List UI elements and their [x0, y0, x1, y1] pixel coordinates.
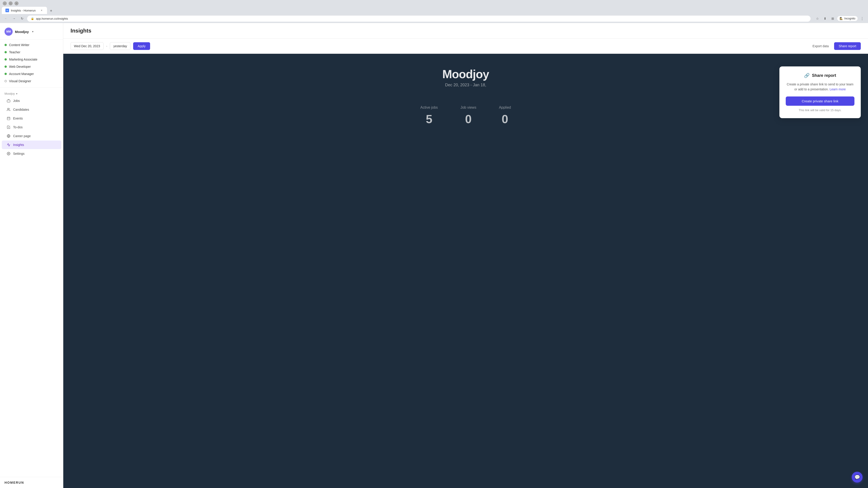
active-dot-icon — [4, 51, 7, 53]
toolbar: Wed Dec 20, 2023 - yesterday Apply Expor… — [63, 39, 868, 54]
sidebar-item-visual-designer[interactable]: Visual Designer — [0, 77, 63, 85]
active-dot-icon — [4, 44, 7, 46]
app: MM Moodjoy ▾ Content Writer Teacher Mark… — [0, 23, 868, 488]
sidebar-item-candidates[interactable]: Candidates — [2, 105, 61, 114]
nav-section: Moodjoy ▾ Jobs Candidates — [0, 89, 63, 160]
sidebar-item-insights[interactable]: Insights — [2, 140, 61, 149]
main-content: Insights Wed Dec 20, 2023 - yesterday Ap… — [63, 23, 868, 488]
incognito-icon: 🕵 — [839, 17, 843, 20]
apply-button[interactable]: Apply — [133, 42, 150, 50]
stat-value: 5 — [421, 112, 438, 126]
stat-label: Active jobs — [421, 105, 438, 109]
ssl-lock-icon: 🔒 — [31, 17, 34, 20]
tab-title: Insights - Homerun — [11, 9, 36, 12]
nav-label: Jobs — [13, 99, 20, 103]
active-dot-icon — [4, 73, 7, 75]
content-area: Moodjoy Dec 20, 2023 - Jan 18, Active jo… — [63, 54, 868, 488]
svg-rect-2 — [7, 117, 10, 120]
stat-applied: Applied 0 — [499, 105, 511, 126]
svg-point-8 — [8, 153, 9, 154]
nav-label: To-dos — [13, 125, 23, 129]
job-label: Content Writer — [9, 43, 29, 47]
sidebar-item-teacher[interactable]: Teacher — [0, 48, 63, 56]
popup-header: 🔗 Share report — [786, 73, 855, 78]
chat-icon: 💬 — [855, 475, 860, 480]
maximize-button[interactable]: □ — [8, 1, 13, 5]
nav-label: Candidates — [13, 108, 29, 111]
svg-point-1 — [7, 108, 8, 109]
sidebar-item-account-manager[interactable]: Account Manager — [0, 70, 63, 77]
users-icon — [6, 107, 11, 112]
download-button[interactable]: ⬇ — [822, 15, 828, 22]
job-label: Web Developer — [9, 65, 31, 68]
export-data-button[interactable]: Export data — [810, 42, 832, 50]
close-button[interactable]: × — [14, 1, 19, 5]
stats-row: Active jobs 5 Job views 0 Applied 0 — [421, 105, 511, 126]
tab-bar: H Insights - Homerun × + — [0, 7, 868, 14]
job-label: Account Manager — [9, 72, 34, 76]
job-label: Teacher — [9, 51, 20, 54]
chart-icon — [6, 142, 11, 147]
active-tab[interactable]: H Insights - Homerun × — [2, 7, 47, 14]
date-separator: - — [106, 44, 107, 48]
nav-label: Events — [13, 117, 23, 120]
url-text: app.homerun.co/insights — [36, 17, 68, 20]
sidebar-item-settings[interactable]: Settings — [2, 149, 61, 158]
extensions-button[interactable]: ⊞ — [830, 15, 836, 22]
homerun-logo: HOMERUN — [4, 481, 59, 484]
incognito-label: Incognito — [844, 17, 855, 20]
sidebar-footer: HOMERUN — [0, 477, 63, 488]
new-tab-button[interactable]: + — [48, 8, 54, 14]
title-bar: − □ × — [0, 0, 868, 7]
sidebar-scroll: Content Writer Teacher Marketing Associa… — [0, 39, 63, 477]
sidebar-item-content-writer[interactable]: Content Writer — [0, 41, 63, 48]
insights-company-title: Moodjoy — [442, 67, 489, 81]
stat-label: Job views — [460, 105, 476, 109]
sidebar: MM Moodjoy ▾ Content Writer Teacher Mark… — [0, 23, 63, 488]
tab-close-button[interactable]: × — [40, 8, 43, 12]
page-title: Insights — [70, 28, 861, 34]
nav-label: Settings — [13, 152, 25, 156]
share-report-popup: 🔗 Share report Create a private share li… — [779, 66, 861, 118]
sidebar-item-todos[interactable]: To-dos — [2, 123, 61, 131]
sidebar-item-web-developer[interactable]: Web Developer — [0, 63, 63, 70]
popup-description: Create a private share link to send to y… — [786, 82, 855, 92]
reload-button[interactable]: ↻ — [19, 15, 25, 22]
sidebar-item-jobs[interactable]: Jobs — [2, 96, 61, 105]
browser-actions: ☆ ⬇ ⊞ 🕵 Incognito ⋮ — [814, 15, 865, 22]
globe-icon — [6, 134, 11, 138]
chat-button[interactable]: 💬 — [852, 472, 863, 483]
date-from-input[interactable]: Wed Dec 20, 2023 — [70, 42, 103, 50]
browser-chrome: − □ × H Insights - Homerun × + ← → ↻ 🔒 a… — [0, 0, 868, 23]
stat-label: Applied — [499, 105, 511, 109]
create-share-link-button[interactable]: Create private share link — [786, 96, 855, 106]
bookmark-button[interactable]: ☆ — [814, 15, 820, 22]
forward-button[interactable]: → — [11, 15, 17, 22]
active-dot-icon — [4, 58, 7, 61]
popup-title: Share report — [812, 73, 836, 78]
share-report-button[interactable]: Share report — [834, 42, 861, 50]
briefcase-icon — [6, 98, 11, 103]
url-bar[interactable]: 🔒 app.homerun.co/insights — [27, 15, 811, 22]
calendar-icon — [6, 116, 11, 121]
inactive-dot-icon — [4, 80, 7, 82]
minimize-button[interactable]: − — [3, 1, 7, 5]
back-button[interactable]: ← — [3, 15, 9, 22]
stat-job-views: Job views 0 — [460, 105, 476, 126]
date-to-input[interactable]: yesterday — [110, 42, 130, 50]
nav-label: Insights — [13, 143, 24, 147]
sidebar-item-marketing-associate[interactable]: Marketing Associate — [0, 56, 63, 63]
stat-active-jobs: Active jobs 5 — [421, 105, 438, 126]
stat-value: 0 — [499, 112, 511, 126]
svg-rect-0 — [7, 100, 10, 102]
chevron-down-icon: ▾ — [32, 30, 33, 33]
address-bar: ← → ↻ 🔒 app.homerun.co/insights ☆ ⬇ ⊞ 🕵 … — [0, 14, 868, 23]
company-name: Moodjoy — [15, 30, 29, 34]
insights-date-range: Dec 20, 2023 - Jan 18, — [445, 83, 486, 88]
sidebar-item-career-page[interactable]: Career page — [2, 132, 61, 140]
learn-more-link[interactable]: Learn more — [830, 88, 846, 91]
browser-menu-button[interactable]: ⋮ — [859, 15, 865, 22]
sidebar-item-events[interactable]: Events — [2, 114, 61, 123]
main-header: Insights — [63, 23, 868, 39]
window-controls: − □ × — [3, 1, 19, 5]
